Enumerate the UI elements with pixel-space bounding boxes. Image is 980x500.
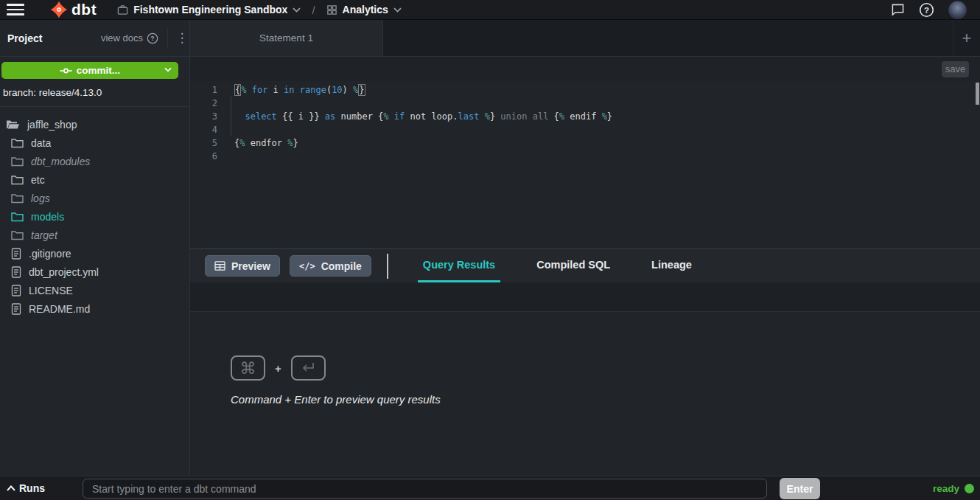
top-bar: dbt Fishtown Engineering Sandbox / Analy… — [0, 0, 980, 20]
tree-item-LICENSE[interactable]: LICENSE — [0, 281, 189, 299]
sidebar-header-divider — [167, 28, 168, 49]
code-lines: 1{% for i in range(10) %}23 select {{ i … — [190, 83, 980, 163]
commit-icon — [60, 67, 72, 74]
editor-column: Statement 1 + save 1{% for i in range(10… — [190, 20, 980, 476]
branch-row: branch: release/4.13.0 — [0, 83, 189, 107]
commit-chevron-down-icon[interactable] — [164, 67, 172, 72]
tree-item-README.md[interactable]: README.md — [0, 299, 189, 318]
status-dot-icon — [965, 484, 974, 493]
tree-item-dbt_modules[interactable]: dbt_modules — [0, 152, 189, 170]
folder-icon — [11, 211, 24, 222]
indent-guide — [231, 96, 231, 136]
editor-scrollbar[interactable] — [976, 83, 979, 105]
file-icon — [11, 248, 21, 260]
shortcut-hint-keys: ⌘ + — [231, 355, 980, 381]
code-line-1: 1{% for i in range(10) %} — [190, 83, 980, 97]
folder-icon — [11, 156, 24, 167]
view-docs-link[interactable]: view docs ? — [101, 32, 158, 44]
tree-item-target[interactable]: target — [0, 226, 189, 244]
tree-item-label: logs — [31, 192, 50, 204]
dbt-command-input[interactable] — [83, 479, 767, 499]
tab-statement-1[interactable]: Statement 1 — [190, 20, 383, 56]
tree-item-etc[interactable]: etc — [0, 170, 189, 189]
project-name[interactable]: Fishtown Engineering Sandbox — [133, 4, 287, 15]
results-subheader — [190, 282, 980, 312]
file-tree: jaffle_shopdatadbt_modulesetclogsmodelst… — [0, 107, 189, 318]
environment-name[interactable]: Analytics — [343, 4, 388, 15]
results-tab-compiled-sql[interactable]: Compiled SQL — [531, 249, 615, 282]
dbt-logo[interactable]: dbt — [49, 0, 97, 19]
commit-button[interactable]: commit... — [1, 62, 178, 79]
preview-table-icon — [214, 261, 225, 271]
folder-icon — [11, 192, 24, 204]
tree-item-label: dbt_modules — [31, 156, 90, 167]
code-editor[interactable]: 1{% for i in range(10) %}23 select {{ i … — [190, 81, 980, 249]
account-switcher: Fishtown Engineering Sandbox / Analytics — [117, 4, 402, 16]
plus-icon: + — [962, 29, 972, 48]
tree-item-label: target — [31, 229, 57, 241]
runs-label: Runs — [19, 482, 45, 494]
svg-text:?: ? — [924, 5, 929, 14]
folder-icon — [11, 229, 24, 240]
runs-toggle[interactable]: Runs — [7, 476, 45, 500]
tree-item-label: dbt_project.yml — [29, 266, 99, 278]
hamburger-menu-icon[interactable] — [7, 1, 24, 18]
tree-item-label: data — [31, 137, 51, 149]
briefcase-icon — [117, 4, 128, 15]
grid-icon — [326, 4, 337, 15]
dbt-logo-text: dbt — [71, 1, 97, 18]
user-avatar[interactable] — [948, 1, 967, 19]
folder-open-icon — [6, 119, 20, 130]
code-line-6: 6 — [190, 150, 980, 163]
results-tabs: Query ResultsCompiled SQLLineage — [418, 249, 697, 282]
help-icon[interactable]: ? — [919, 2, 934, 18]
tree-item-label: .gitignore — [29, 248, 71, 260]
view-docs-help-icon: ? — [147, 32, 158, 44]
tree-item-jaffle_shop[interactable]: jaffle_shop — [0, 115, 189, 133]
tree-item-models[interactable]: models — [0, 207, 189, 226]
view-docs-label: view docs — [101, 32, 143, 44]
line-number: 2 — [190, 97, 217, 110]
enter-key-icon — [291, 355, 326, 381]
editor-toolbar: save — [190, 57, 980, 81]
preview-button[interactable]: Preview — [205, 255, 280, 277]
tree-item-dbt_project.yml[interactable]: dbt_project.yml — [0, 263, 189, 281]
folder-icon — [11, 174, 24, 185]
save-button[interactable]: save — [942, 61, 969, 77]
tree-item-label: jaffle_shop — [27, 119, 77, 131]
hint-plus: + — [275, 362, 281, 375]
line-number: 5 — [190, 136, 217, 150]
tree-item-logs[interactable]: logs — [0, 189, 189, 207]
code-text: select {{ i }} as number {% if not loop.… — [234, 110, 612, 123]
new-tab-button[interactable]: + — [953, 20, 980, 56]
tree-item-label: LICENSE — [29, 285, 73, 296]
dbt-logo-icon — [49, 0, 69, 19]
chat-icon[interactable] — [891, 3, 905, 16]
status-indicator: ready — [933, 476, 974, 500]
sidebar-kebab-menu-icon[interactable]: ⋮ — [175, 32, 189, 44]
project-sidebar: Project view docs ? ⋮ commit... — [0, 20, 190, 476]
status-label: ready — [933, 483, 959, 494]
enter-button[interactable]: Enter — [780, 478, 820, 499]
compile-button[interactable]: </> Compile — [290, 255, 371, 277]
code-line-3: 3 select {{ i }} as number {% if not loo… — [190, 110, 980, 123]
compile-code-icon: </> — [299, 261, 315, 271]
commit-label: commit... — [77, 65, 120, 76]
code-text: {% endfor %} — [234, 136, 298, 150]
line-number: 3 — [190, 110, 217, 123]
bottom-bar: Runs Enter ready — [0, 476, 980, 500]
tab-label: Statement 1 — [259, 32, 313, 44]
shortcut-hint-text: Command + Enter to preview query results — [231, 393, 980, 406]
line-number: 6 — [190, 150, 217, 163]
results-tab-query-results[interactable]: Query Results — [418, 249, 500, 282]
tree-item-.gitignore[interactable]: .gitignore — [0, 244, 189, 263]
results-tab-lineage[interactable]: Lineage — [646, 249, 697, 282]
svg-text:?: ? — [150, 35, 154, 42]
tree-item-label: etc — [31, 174, 45, 186]
environment-chevron-down-icon[interactable] — [393, 7, 402, 13]
project-chevron-down-icon[interactable] — [293, 7, 301, 13]
toolbar-divider — [387, 254, 388, 279]
file-icon — [11, 303, 21, 315]
tree-item-data[interactable]: data — [0, 133, 189, 152]
file-icon — [11, 285, 21, 296]
